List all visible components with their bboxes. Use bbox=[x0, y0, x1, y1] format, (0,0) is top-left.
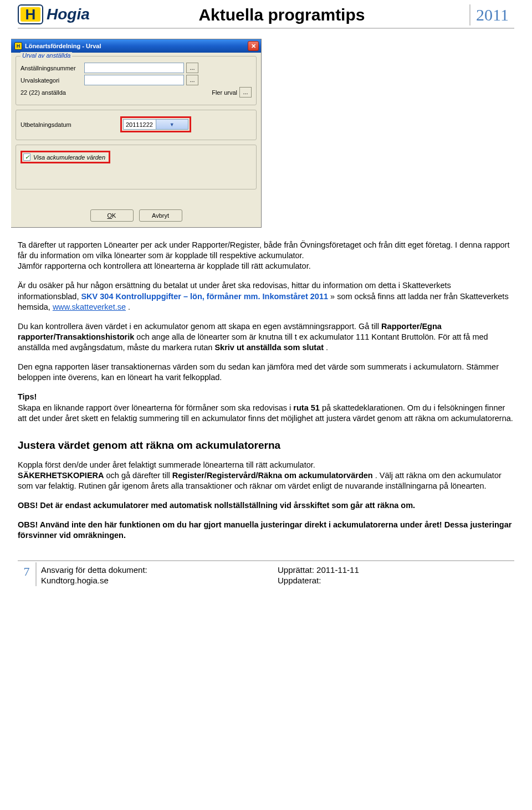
browse-urvalskat-button[interactable]: ... bbox=[186, 75, 198, 85]
link-skatteverket[interactable]: www.skatteverket.se bbox=[53, 303, 126, 311]
checkbox-visa-ack[interactable]: ✓ bbox=[23, 153, 30, 161]
para-2c: . bbox=[128, 303, 130, 311]
label-utbetdatum: Utbetalningsdatum bbox=[21, 121, 120, 128]
label-anst-nr: Anställningsnummer bbox=[21, 65, 84, 71]
checkbox-label: Visa ackumulerade värden bbox=[33, 154, 105, 161]
para-3d: . bbox=[326, 343, 328, 352]
logo-letter: H bbox=[25, 6, 36, 23]
dialog-window: H Löneartsfördelning - Urval ✕ Urval av … bbox=[11, 39, 262, 228]
dialog-titlebar: H Löneartsfördelning - Urval ✕ bbox=[11, 39, 261, 53]
obs-1: OBS! Det är endast ackumulatorer med aut… bbox=[18, 501, 415, 510]
group-datum: Utbetalningsdatum 20111222 ▼ bbox=[16, 110, 257, 140]
browse-anst-nr-button[interactable]: ... bbox=[186, 63, 198, 73]
para-4: Den egna rapporten läser transaktionerna… bbox=[18, 362, 499, 382]
group-urval: Urval av anställda Anställningsnummer ..… bbox=[16, 56, 257, 105]
para-6a: Koppla först den/de under året felaktigt… bbox=[18, 460, 315, 469]
page-number: 7 bbox=[18, 562, 37, 586]
para-1b: Jämför rapporterna och kontrollera att l… bbox=[18, 262, 311, 270]
label-urvalskat: Urvalskategori bbox=[21, 77, 84, 84]
ok-button[interactable]: OK bbox=[90, 209, 134, 222]
logo-text: Hogia bbox=[47, 6, 90, 23]
link-skv304[interactable]: SKV 304 Kontrolluppgifter – lön, förmåne… bbox=[81, 292, 328, 301]
logo-mark-icon: H bbox=[18, 4, 43, 24]
tips-heading: Tips! bbox=[18, 392, 37, 401]
para-3a: Du kan kontrollera även värdet i en acku… bbox=[18, 322, 381, 331]
chevron-down-icon: ▼ bbox=[156, 120, 188, 129]
group-options: ✓ Visa ackumulerade värden bbox=[16, 145, 257, 189]
logo: H Hogia bbox=[18, 4, 90, 24]
combo-value: 20111222 bbox=[124, 121, 156, 128]
label-fler-urval: Fler urval bbox=[212, 89, 237, 96]
bold-skrivut: Skriv ut anställda som slutat bbox=[214, 343, 324, 352]
footer-author-value: Kundtorg.hogia.se bbox=[41, 575, 278, 586]
tips-body: Skapa en liknande rapport över lönearter… bbox=[18, 403, 293, 412]
input-urvalskat[interactable] bbox=[84, 75, 184, 85]
browse-fler-urval-button[interactable]: ... bbox=[239, 87, 252, 98]
tips-ruta51: ruta 51 bbox=[293, 403, 320, 412]
page-footer: 7 Ansvarig för detta dokument: Kundtorg.… bbox=[18, 560, 514, 586]
dialog-title: Löneartsfördelning - Urval bbox=[25, 43, 101, 49]
close-icon: ✕ bbox=[251, 43, 256, 50]
cancel-button[interactable]: Avbryt bbox=[139, 209, 182, 222]
obs-2: OBS! Använd inte den här funktionen om d… bbox=[18, 520, 511, 540]
footer-author-label: Ansvarig för detta dokument: bbox=[41, 565, 278, 576]
dialog-app-icon: H bbox=[14, 42, 22, 50]
page-header: H Hogia Aktuella programtips 2011 bbox=[18, 3, 514, 29]
section-heading: Justera värdet genom att räkna om ackumu… bbox=[18, 438, 514, 452]
page-year: 2011 bbox=[469, 4, 514, 25]
bold-registerpath: Register/Registervård/Räkna om ackumulat… bbox=[172, 471, 373, 480]
page-title: Aktuella programtips bbox=[94, 6, 469, 24]
footer-created: Upprättat: 2011-11-11 bbox=[278, 565, 514, 576]
group-title: Urval av anställda bbox=[21, 52, 72, 59]
input-anst-nr[interactable] bbox=[84, 63, 184, 73]
label-count: 22 (22) anställda bbox=[21, 89, 212, 96]
combo-utbetdatum[interactable]: 20111222 ▼ bbox=[123, 119, 188, 130]
highlight-checkbox: ✓ Visa ackumulerade värden bbox=[21, 151, 110, 163]
footer-updated: Uppdaterat: bbox=[278, 575, 514, 586]
bold-sakerhetskopiera: SÄKERHETSKOPIERA bbox=[18, 471, 104, 480]
para-6b: och gå därefter till bbox=[106, 471, 172, 480]
close-button[interactable]: ✕ bbox=[248, 41, 259, 51]
para-1a: Ta därefter ut rapporten Lönearter per a… bbox=[18, 240, 509, 260]
article-body: Ta därefter ut rapporten Lönearter per a… bbox=[18, 240, 514, 541]
highlight-payout-date: 20111222 ▼ bbox=[120, 116, 191, 132]
